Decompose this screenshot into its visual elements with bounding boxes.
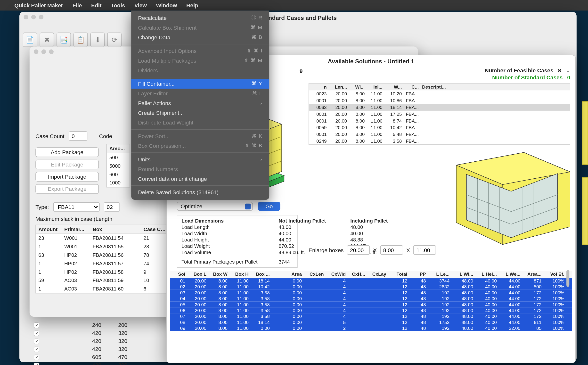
optimize-select[interactable]: Optimize (177, 202, 253, 211)
enlarge-y[interactable] (380, 245, 403, 255)
import-package-button[interactable]: Import Package (35, 172, 99, 182)
go-button[interactable]: Go (258, 202, 280, 211)
code-label: Code (99, 133, 112, 139)
case-count-label: Case Count (35, 133, 64, 139)
type-label: Type: (35, 204, 49, 210)
menu-item[interactable]: Pallet Actions› (131, 98, 269, 108)
table-row[interactable]: 024920.008.0011.003.58FBA... (309, 138, 570, 144)
checkbox-icon[interactable]: ✓ (34, 363, 39, 365)
solutions-grid[interactable]: SolBox LBox WBox HBox ...AreaCxLenCxWidC… (170, 271, 572, 331)
table-row[interactable]: 59AC03FBA20811 5910 (36, 276, 170, 285)
table-row[interactable]: 1AC03FBA20811 606 (36, 285, 170, 293)
menu-item[interactable]: Delete Saved Solutions (314961) (131, 188, 269, 197)
tools-menu[interactable]: Recalculate⌘ RCalculate Box Shipment⌘ MC… (131, 11, 269, 200)
menu-item: Box Compression...⇧ ⌘ B (131, 141, 269, 151)
table-row[interactable]: 1HP02FBA20811 589 (36, 268, 170, 276)
menu-item: Dividers (131, 66, 269, 75)
window-title: Standard Cases and Pallets (19, 14, 577, 21)
menu-view[interactable]: View (134, 2, 147, 8)
copy-icon[interactable]: 📑 (57, 33, 71, 47)
load-dimensions: Load DimensionsNot Including PalletInclu… (177, 215, 298, 268)
table-row[interactable]: 0820.008.0011.0018.140.0051248175348.004… (170, 319, 572, 325)
case-preview (452, 148, 570, 245)
table-row[interactable]: 1W001FBA20811 5528 (36, 242, 170, 251)
menu-item: Distribute Load Weight (131, 118, 269, 127)
checkbox-icon[interactable]: ✓ (34, 339, 39, 344)
app-name[interactable]: Quick Pallet Maker (14, 2, 63, 8)
table-row[interactable]: 005920.008.0011.0010.42FBA... (309, 124, 570, 131)
menu-item[interactable]: Convert data on unit change (131, 174, 269, 184)
menu-item: Layer Editor⌘ L (131, 89, 269, 98)
table-row[interactable]: 000120.008.0011.005.48FBA... (309, 131, 570, 138)
table-row[interactable]: 0220.008.0011.0010.420.0041248283248.004… (170, 284, 572, 290)
export-icon[interactable]: ⬇ (90, 33, 105, 47)
menu-help[interactable]: Help (186, 2, 198, 8)
checkbox-icon[interactable]: ✓ (34, 355, 39, 360)
add-package-button[interactable]: Add Package (35, 147, 99, 157)
menu-item: Calculate Box Shipment⌘ M (131, 23, 269, 33)
menu-item[interactable]: Recalculate⌘ R (131, 13, 269, 23)
menu-item[interactable]: Create Shipment... (131, 108, 269, 118)
checkbox-icon[interactable]: ✓ (34, 347, 39, 352)
table-row[interactable]: 0420.008.0011.003.580.004124819248.0040.… (170, 296, 572, 301)
menu-tools[interactable]: Tools (111, 2, 125, 8)
menu-item[interactable]: Fill Container...⌘ Y (131, 79, 269, 89)
delete-icon[interactable]: ✖ (40, 33, 54, 47)
case-count-input[interactable] (69, 131, 87, 141)
table-row[interactable]: 002320.008.0011.0010.20FBA... (309, 90, 570, 97)
enlarge-x[interactable] (347, 245, 370, 255)
table-row[interactable]: 0520.008.0011.003.580.004124819248.0040.… (170, 301, 572, 307)
menu-edit[interactable]: Edit (91, 2, 102, 8)
edit-package-button[interactable]: Edit Package (35, 160, 99, 169)
table-row[interactable]: 0620.008.0011.003.580.004124819248.0040.… (170, 307, 572, 313)
menu-item: Round Numbers (131, 164, 269, 174)
amount-list[interactable]: Amo... 500 5000 600 1000 (106, 144, 130, 187)
checkbox-icon[interactable]: ✓ (34, 323, 39, 328)
enlarge-label: Enlarge boxes (309, 247, 344, 253)
paste-icon[interactable]: 📋 (74, 33, 88, 47)
package-table[interactable]: Amount Primar... Box Case Cour 23W001FBA… (35, 225, 171, 294)
table-row[interactable]: 000120.008.0011.0010.86FBA... (309, 97, 570, 104)
menu-item: Advanced Input Options⇧ ⌘ I (131, 46, 269, 56)
table-row[interactable]: 006320.008.0011.0018.14FBA... (309, 104, 570, 111)
table-row[interactable]: 0120.008.0011.0018.140.0041248374448.004… (170, 278, 572, 284)
home-icon[interactable]: ⟳ (107, 33, 122, 47)
feasible-pallets-count: 9 (300, 68, 303, 74)
menu-file[interactable]: File (73, 2, 82, 8)
table-row[interactable]: 63HP02FBA20811 5678 (36, 251, 170, 259)
case-table[interactable]: nLen...Wi...Hei...W...C...Descripti... 0… (309, 83, 570, 145)
menu-item[interactable]: Units› (131, 155, 269, 164)
menu-item: Power Sort...⌘ K (131, 131, 269, 141)
table-row[interactable]: 000120.008.0011.008.74FBA... (309, 117, 570, 124)
table-row[interactable]: 0920.008.0011.000.000.002124819248.0040.… (170, 325, 572, 331)
enlarge-z[interactable] (413, 245, 436, 255)
type-suffix-input[interactable] (104, 202, 120, 211)
menu-item[interactable]: Change Data⌘ B (131, 33, 269, 42)
table-row[interactable]: 0720.008.0011.003.580.004124819248.0040.… (170, 313, 572, 319)
menu-window[interactable]: Window (156, 2, 177, 8)
table-row[interactable]: 23W001FBA20811 5421 (36, 234, 170, 242)
export-package-button[interactable]: Export Package (35, 184, 99, 194)
type-select[interactable]: FBA11 (53, 202, 99, 211)
chevron-down-icon[interactable]: ⌄ (566, 67, 570, 74)
new-icon[interactable]: 📄 (23, 33, 37, 47)
table-row[interactable]: 000120.008.0011.0017.25FBA... (309, 111, 570, 117)
table-row[interactable]: 0320.008.0011.003.580.004124819248.0040.… (170, 290, 572, 296)
table-row[interactable]: 1HP02FBA20811 5774 (36, 259, 170, 268)
menu-item: Load Multiple Packages⇧ ⌘ M (131, 56, 269, 66)
checkbox-icon[interactable]: ✓ (34, 331, 39, 336)
scrollbar[interactable] (566, 270, 569, 287)
